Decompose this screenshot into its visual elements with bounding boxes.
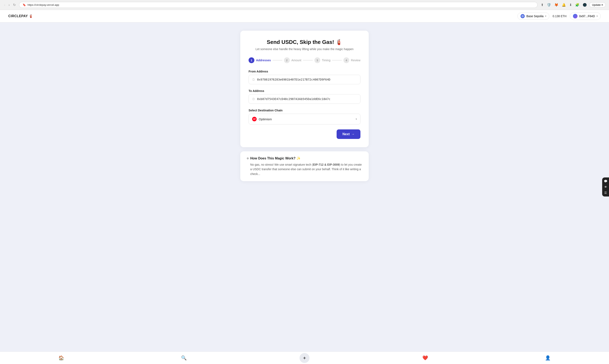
plus-icon: + xyxy=(303,355,306,361)
side-widget: 💬 👁 ☰ xyxy=(602,177,609,196)
from-address-label: From Address xyxy=(249,70,360,73)
profile-icon[interactable]: 🌑 xyxy=(582,2,588,8)
chain-select-group: Select Destination Chain OP Optimism ▾ xyxy=(249,109,360,124)
url-text: https://circlepay.vercel.app xyxy=(27,3,59,6)
network-chevron: ▾ xyxy=(545,15,546,17)
step-3: 3 Timing xyxy=(315,57,331,63)
back-button[interactable]: ‹ xyxy=(3,2,6,8)
heart-icon: ❤️ xyxy=(422,355,428,361)
wallet-address: 0x97...F64D xyxy=(579,14,595,18)
bookmark-icon: 🔖 xyxy=(23,3,26,6)
next-label: Next xyxy=(342,132,350,136)
from-address-group: From Address 🗋 xyxy=(249,70,360,84)
form-actions: Next → xyxy=(249,130,360,139)
browser-nav: ‹ › ↻ xyxy=(3,2,17,8)
next-button[interactable]: Next → xyxy=(337,130,360,139)
nav-profile[interactable]: 👤 xyxy=(541,354,555,362)
step-1-circle: 1 xyxy=(249,57,254,63)
to-address-input-wrapper[interactable]: 🗋 xyxy=(249,94,360,104)
app-logo: CIRCLEPAY 🧯 xyxy=(8,14,33,18)
info-title-text: How Does This Magic Work? ✨ xyxy=(250,156,301,160)
step-1-label: Addresses xyxy=(256,59,271,62)
step-1: 1 Addresses xyxy=(249,57,271,63)
from-address-input-wrapper[interactable]: 🗋 xyxy=(249,75,360,84)
step-4-circle: 4 xyxy=(344,57,349,63)
search-icon: 🔍 xyxy=(181,355,187,361)
chain-value: Optimism xyxy=(259,117,354,121)
main-card: Send USDC, Skip the Gas! 🧯 Let someone e… xyxy=(240,31,369,147)
eth-balance: 0.138 ETH xyxy=(553,14,567,18)
shield-icon[interactable]: 🛡️ xyxy=(546,2,552,8)
step-3-label: Timing xyxy=(322,59,331,62)
info-title: How Does This Magic Work? ✨ xyxy=(247,156,362,160)
step-3-circle: 3 xyxy=(315,57,320,63)
download-icon[interactable]: ⬇ xyxy=(569,2,573,8)
home-icon: 🏠 xyxy=(58,355,64,361)
chain-select-label: Select Destination Chain xyxy=(249,109,360,112)
network-label: Base Sepolia xyxy=(526,14,543,18)
info-card: How Does This Magic Work? ✨ No gas, no s… xyxy=(240,151,369,181)
nav-home[interactable]: 🏠 xyxy=(54,354,68,362)
browser-chrome: ‹ › ↻ 🔖 https://circlepay.vercel.app ⬆ 🛡… xyxy=(0,0,609,10)
from-address-input[interactable] xyxy=(257,78,357,81)
step-2: 2 Amount xyxy=(284,57,301,63)
wallet-avatar xyxy=(573,14,578,18)
optimism-icon: OP xyxy=(252,117,257,121)
forward-button[interactable]: › xyxy=(8,2,10,8)
chain-select[interactable]: OP Optimism ▾ xyxy=(249,114,360,124)
update-button[interactable]: Update ≡ xyxy=(589,2,606,7)
card-title: Send USDC, Skip the Gas! 🧯 xyxy=(249,39,360,45)
chat-icon[interactable]: 💬 xyxy=(604,180,607,183)
browser-actions: ⬆ 🛡️ 🦊 🔔 ⬇ 🧩 🌑 Update ≡ xyxy=(540,2,606,8)
to-address-group: To Address 🗋 xyxy=(249,89,360,104)
info-dot-icon xyxy=(247,157,249,159)
network-selector[interactable]: Base Sepolia ▾ xyxy=(517,13,549,20)
wallet-chevron: ▾ xyxy=(596,15,598,17)
next-arrow: → xyxy=(351,132,355,136)
step-4: 4 Review xyxy=(344,57,360,63)
list-icon[interactable]: ☰ xyxy=(604,191,607,195)
step-2-circle: 2 xyxy=(284,57,290,63)
chain-chevron: ▾ xyxy=(356,117,357,120)
address-bar[interactable]: 🔖 https://circlepay.vercel.app xyxy=(19,2,538,8)
app-header: CIRCLEPAY 🧯 Base Sepolia ▾ 0.138 ETH 0x9… xyxy=(0,10,609,22)
step-connector-2 xyxy=(303,60,313,60)
svg-point-1 xyxy=(522,16,523,17)
share-button[interactable]: ⬆ xyxy=(540,2,544,8)
steps-indicator: 1 Addresses 2 Amount 3 Timing xyxy=(249,57,360,63)
extensions-icon[interactable]: 🧩 xyxy=(574,2,580,8)
step-connector-1 xyxy=(273,60,282,60)
nav-add[interactable]: + xyxy=(300,353,309,363)
to-address-label: To Address xyxy=(249,89,360,92)
network-icon xyxy=(521,14,525,18)
step-4-label: Review xyxy=(351,59,360,62)
update-label: Update ≡ xyxy=(592,3,603,6)
wallet-selector[interactable]: 0x97...F64D ▾ xyxy=(570,13,601,20)
step-2-label: Amount xyxy=(291,59,301,62)
nav-favorites[interactable]: ❤️ xyxy=(418,354,432,362)
nav-search[interactable]: 🔍 xyxy=(177,354,191,362)
copy-icon-to: 🗋 xyxy=(252,97,255,101)
info-body-text: No gas, no stress! We use smart signatur… xyxy=(250,162,362,176)
copy-icon-from: 🗋 xyxy=(252,78,255,81)
fox-icon[interactable]: 🦊 xyxy=(554,2,559,8)
bottom-nav: 🏠 🔍 + ❤️ 👤 xyxy=(0,351,609,364)
reload-button[interactable]: ↻ xyxy=(12,2,17,8)
card-subtitle: Let someone else handle the heavy liftin… xyxy=(249,47,360,51)
profile-nav-icon: 👤 xyxy=(545,355,551,361)
to-address-input[interactable] xyxy=(257,97,357,101)
bell-icon[interactable]: 🔔 xyxy=(561,2,567,8)
step-connector-3 xyxy=(332,60,342,60)
main-content: 💬 👁 ☰ Send USDC, Skip the Gas! 🧯 Let som… xyxy=(0,22,609,351)
header-right: Base Sepolia ▾ 0.138 ETH 0x97...F64D ▾ xyxy=(517,13,601,20)
eye-icon[interactable]: 👁 xyxy=(604,185,607,189)
